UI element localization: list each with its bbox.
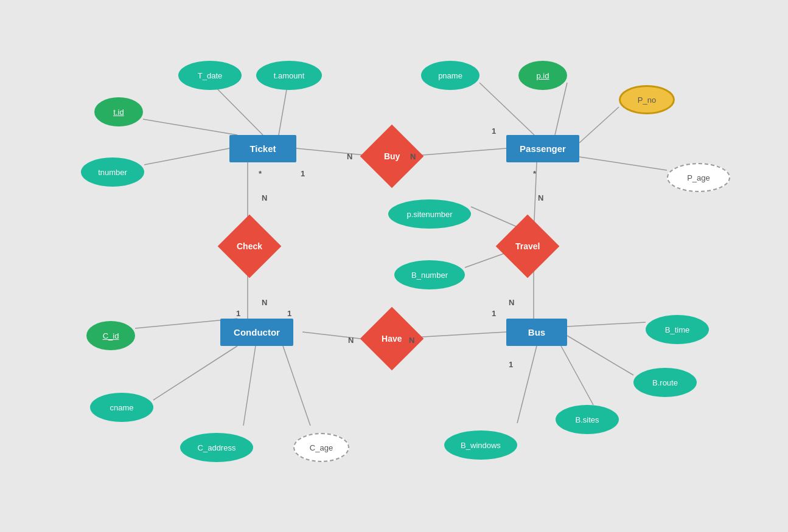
card-passenger-star: *	[533, 169, 536, 178]
attr-c-id[interactable]: C_id	[86, 321, 135, 350]
attr-c-address[interactable]: C_address	[180, 433, 253, 462]
attr-b-route[interactable]: B.route	[633, 368, 697, 397]
svg-line-1	[279, 83, 288, 135]
card-buy-ticket-1: 1	[301, 169, 305, 178]
card-check-n-bot: N	[262, 298, 267, 307]
svg-line-24	[561, 346, 593, 405]
card-have-1-left: 1	[287, 309, 291, 318]
attr-p-age[interactable]: P_age	[667, 163, 730, 192]
attr-b-windows[interactable]: B_windows	[444, 430, 517, 460]
entity-ticket[interactable]: Ticket	[229, 135, 296, 162]
card-travel-1-bot: 1	[492, 309, 496, 318]
card-buy-1: 1	[492, 126, 496, 136]
svg-line-20	[243, 346, 256, 426]
svg-line-8	[579, 107, 619, 143]
card-buy-n1: N	[347, 152, 352, 161]
attr-t-id[interactable]: t.id	[94, 97, 143, 126]
attr-b-time[interactable]: B_time	[646, 315, 709, 344]
card-check-n-top: N	[262, 193, 267, 202]
card-buy-n2: N	[410, 152, 416, 161]
svg-line-19	[153, 346, 237, 400]
svg-line-21	[283, 346, 310, 426]
card-have-n1: N	[348, 336, 354, 345]
attr-tnumber[interactable]: tnumber	[81, 157, 144, 187]
relation-travel[interactable]: Travel	[497, 225, 558, 268]
connector-lines	[0, 0, 788, 532]
attr-p-sitenumber[interactable]: p.sitenumber	[388, 199, 471, 229]
card-check-1-left: 1	[236, 309, 240, 318]
svg-line-0	[211, 83, 263, 135]
attr-p-no[interactable]: P_no	[619, 85, 675, 114]
svg-line-23	[567, 336, 633, 375]
svg-line-25	[517, 346, 537, 423]
svg-line-22	[567, 322, 646, 326]
card-travel-n-top: N	[538, 193, 543, 202]
attr-b-sites[interactable]: B.sites	[556, 405, 619, 434]
svg-line-7	[555, 83, 567, 135]
svg-line-9	[579, 157, 667, 170]
svg-line-6	[479, 83, 534, 135]
attr-c-age[interactable]: C_age	[293, 433, 349, 462]
attr-p-id[interactable]: p.id	[518, 61, 567, 90]
entity-conductor[interactable]: Conductor	[220, 319, 293, 346]
attr-t-amount[interactable]: t.amount	[256, 61, 322, 90]
attr-b-number[interactable]: B_number	[394, 260, 465, 289]
entity-bus[interactable]: Bus	[506, 319, 567, 346]
attr-cname[interactable]: cname	[90, 393, 153, 422]
card-have-n2: N	[409, 336, 414, 345]
attr-pname[interactable]: pname	[421, 61, 479, 90]
card-ticket-star: *	[259, 169, 262, 178]
card-bus-1-bot: 1	[509, 360, 513, 369]
attr-t-date[interactable]: T_date	[178, 61, 242, 90]
relation-check[interactable]: Check	[219, 225, 280, 268]
er-diagram: Ticket Passenger Conductor Bus Buy Check…	[0, 0, 788, 532]
svg-line-3	[144, 148, 229, 165]
svg-line-2	[143, 119, 237, 135]
entity-passenger[interactable]: Passenger	[506, 135, 579, 162]
card-travel-n-bot: N	[509, 298, 514, 307]
